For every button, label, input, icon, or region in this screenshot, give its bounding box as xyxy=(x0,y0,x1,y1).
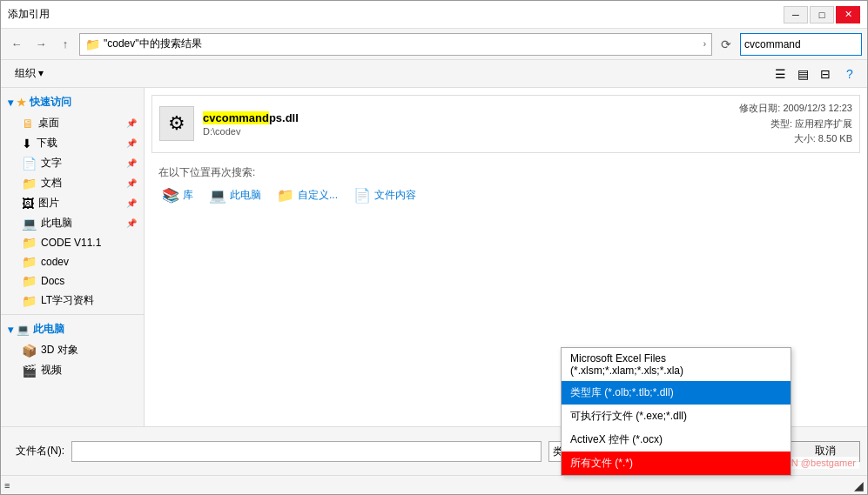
file-size: 大小: 8.50 KB xyxy=(739,131,852,147)
maximize-button[interactable]: □ xyxy=(810,6,834,23)
file-name: cvcommandps.dll xyxy=(203,111,299,124)
sidebar-item-label: LT学习资料 xyxy=(41,293,94,308)
downloads-icon: ⬇ xyxy=(22,137,32,151)
pin-icon: 📌 xyxy=(126,218,137,228)
search-library-button[interactable]: 📚 库 xyxy=(158,185,197,205)
pictures-icon: 🖼 xyxy=(22,197,34,211)
address-path: "codev"中的搜索结果 xyxy=(104,37,700,51)
sidebar-item-label: 文档 xyxy=(41,176,62,191)
sidebar-item-label: 图片 xyxy=(38,196,59,211)
file-name-wrap: cvcommandps.dll xyxy=(203,111,730,124)
quick-access-chevron: ▾ xyxy=(8,97,13,109)
file-path: D:\codev xyxy=(203,126,730,137)
type-label: 类型: xyxy=(770,118,792,129)
quick-access-label: 快速访问 xyxy=(30,95,71,110)
sidebar-item-codev[interactable]: 📁 codev xyxy=(1,252,144,271)
codev-icon: 📁 xyxy=(22,255,37,269)
dropdown-item-excel[interactable]: Microsoft Excel Files (*.xlsm;*.xlam;*.x… xyxy=(562,348,791,381)
sidebar-item-thispc[interactable]: 💻 此电脑 📌 xyxy=(1,213,144,233)
file-name-rest: ps.dll xyxy=(269,111,299,124)
address-chevron: › xyxy=(703,39,706,49)
search-library-label: 库 xyxy=(183,188,193,203)
filename-input[interactable] xyxy=(71,441,542,462)
sidebar-item-label: 视频 xyxy=(41,363,62,378)
view-buttons: ☰ ▤ ⊟ xyxy=(770,64,836,84)
sidebar-item-video[interactable]: 🎬 视频 xyxy=(1,360,144,380)
search-filecontent-button[interactable]: 📄 文件内容 xyxy=(350,185,420,205)
status-bar: ≡ ◢ xyxy=(1,475,867,494)
help-button[interactable]: ? xyxy=(839,64,860,84)
quick-access-header[interactable]: ▾ ★ 快速访问 xyxy=(1,91,144,113)
refresh-button[interactable]: ⟳ xyxy=(716,33,737,56)
search-thispc-button[interactable]: 💻 此电脑 xyxy=(205,185,265,205)
thispc-chevron: ▾ xyxy=(8,324,13,336)
sidebar-item-text[interactable]: 📄 文字 📌 xyxy=(1,153,144,173)
sidebar-item-label: 下载 xyxy=(37,136,57,151)
dropdown-item-allfiles[interactable]: 所有文件 (*.*) xyxy=(562,452,791,475)
sidebar-item-docs[interactable]: 📁 Docs xyxy=(1,271,144,291)
search-custom-button[interactable]: 📁 自定义... xyxy=(273,185,341,205)
search-again-options: 📚 库 💻 此电脑 📁 自定义... 📄 文件内容 xyxy=(158,185,853,205)
dropdown-item-typelibrary[interactable]: 类型库 (*.olb;*.tlb;*.dll) xyxy=(562,381,791,405)
size-label: 大小: xyxy=(794,133,816,144)
star-icon: ★ xyxy=(17,97,26,109)
resize-handle[interactable]: ◢ xyxy=(854,478,864,492)
sidebar-divider xyxy=(1,314,144,315)
size-value: 8.50 KB xyxy=(818,133,852,144)
pin-icon: 📌 xyxy=(126,178,137,188)
view-list-button[interactable]: ☰ xyxy=(770,64,791,84)
file-info: cvcommandps.dll D:\codev xyxy=(203,111,730,137)
sidebar-item-label: 桌面 xyxy=(38,116,59,130)
organize-button[interactable]: 组织 ▾ xyxy=(8,64,50,84)
search-input[interactable] xyxy=(744,38,868,50)
dropdown-item-label: 类型库 (*.olb;*.tlb;*.dll) xyxy=(570,386,674,398)
view-tile-button[interactable]: ⊟ xyxy=(815,64,836,84)
sidebar-item-label: Docs xyxy=(41,275,64,287)
file-icon: ⚙ xyxy=(159,106,194,141)
sidebar-item-downloads[interactable]: ⬇ 下载 📌 xyxy=(1,133,144,153)
back-button[interactable]: ← xyxy=(6,34,27,55)
sidebar-item-lt[interactable]: 📁 LT学习资料 xyxy=(1,291,144,311)
sidebar-item-documents[interactable]: 📁 文档 📌 xyxy=(1,173,144,193)
title-bar-controls: ─ □ ✕ xyxy=(784,6,860,23)
custom-icon: 📁 xyxy=(277,187,294,204)
sidebar-item-label: CODE V11.1 xyxy=(41,237,101,249)
text-icon: 📄 xyxy=(22,157,37,171)
filetype-dropdown-overlay: Microsoft Excel Files (*.xlsm;*.xlam;*.x… xyxy=(561,347,791,476)
folder-icon: 📁 xyxy=(85,37,100,51)
video-icon: 🎬 xyxy=(22,364,37,378)
address-input-wrap[interactable]: 📁 "codev"中的搜索结果 › xyxy=(79,33,712,56)
up-button[interactable]: ↑ xyxy=(55,34,76,55)
address-bar: ← → ↑ 📁 "codev"中的搜索结果 › ⟳ ✕ xyxy=(1,29,867,60)
dropdown-item-label: Microsoft Excel Files (*.xlsm;*.xlam;*.x… xyxy=(570,352,683,377)
dropdown-item-label: ActiveX 控件 (*.ocx) xyxy=(570,433,663,445)
pin-icon: 📌 xyxy=(126,138,137,148)
close-button[interactable]: ✕ xyxy=(836,6,860,23)
lt-icon: 📁 xyxy=(22,294,37,308)
filecontent-icon: 📄 xyxy=(353,187,371,204)
file-name-highlight: cvcommand xyxy=(203,111,269,124)
pin-icon: 📌 xyxy=(126,158,137,168)
sidebar-item-desktop[interactable]: 🖥 桌面 📌 xyxy=(1,113,144,133)
sidebar-item-3d[interactable]: 📦 3D 对象 xyxy=(1,340,144,360)
sidebar-item-label: codev xyxy=(41,256,69,268)
sidebar-item-label: 此电脑 xyxy=(41,216,72,231)
forward-button[interactable]: → xyxy=(30,34,51,55)
sidebar-item-label: 3D 对象 xyxy=(41,343,78,358)
search-box: ✕ xyxy=(740,33,862,56)
title-bar-left: 添加引用 xyxy=(8,7,50,22)
thispc-section-icon: 💻 xyxy=(17,324,30,336)
dropdown-item-executable[interactable]: 可执行行文件 (*.exe;*.dll) xyxy=(562,405,791,428)
view-details-button[interactable]: ▤ xyxy=(792,64,813,84)
minimize-button[interactable]: ─ xyxy=(784,6,808,23)
thispc-section-header[interactable]: ▾ 💻 此电脑 xyxy=(1,318,144,340)
dropdown-item-activex[interactable]: ActiveX 控件 (*.ocx) xyxy=(562,428,791,452)
file-modified: 修改日期: 2009/12/3 12:23 xyxy=(739,101,852,117)
dropdown-item-label: 所有文件 (*.*) xyxy=(570,457,633,469)
search-again-section: 在以下位置再次搜索: 📚 库 💻 此电脑 📁 自定义... xyxy=(151,158,860,212)
sidebar-item-codev11[interactable]: 📁 CODE V11.1 xyxy=(1,233,144,252)
sidebar-item-pictures[interactable]: 🖼 图片 📌 xyxy=(1,193,144,213)
documents-icon: 📁 xyxy=(22,177,37,191)
search-filecontent-label: 文件内容 xyxy=(374,188,416,203)
file-result-item[interactable]: ⚙ cvcommandps.dll D:\codev 修改日期: 2009/12… xyxy=(151,95,860,153)
